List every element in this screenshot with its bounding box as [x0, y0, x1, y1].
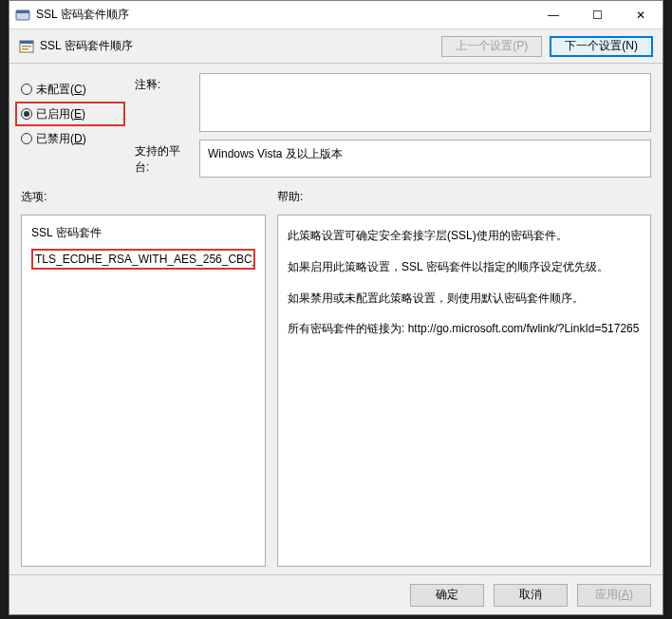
apply-button[interactable]: 应用(A) [577, 584, 651, 607]
toolbar-title: SSL 密码套件顺序 [40, 38, 133, 54]
svg-rect-1 [16, 10, 29, 13]
button-bar: 确定 取消 应用(A) [9, 574, 663, 614]
suite-field-value[interactable]: TLS_ECDHE_RSA_WITH_AES_256_CBC_ [31, 249, 255, 270]
help-text: 此策略设置可确定安全套接字层(SSL)使用的密码套件。 [288, 225, 641, 247]
radio-enabled[interactable]: 已启用(E) [15, 102, 125, 126]
dialog-window: SSL 密码套件顺序 — ☐ ✕ SSL 密码套件顺序 上一个设置(P) 下一个… [9, 0, 663, 615]
platform-box: Windows Vista 及以上版本 [199, 140, 651, 178]
content-area: 未配置(C) 已启用(E) 已禁用(D) 注释: 支持的平台: [9, 64, 663, 574]
app-icon [15, 8, 30, 23]
prev-setting-button[interactable]: 上一个设置(P) [441, 36, 542, 57]
suite-field-label: SSL 密码套件 [31, 225, 255, 241]
radio-icon [21, 133, 32, 144]
help-text: 如果禁用或未配置此策略设置，则使用默认密码套件顺序。 [288, 288, 641, 310]
help-text: 如果启用此策略设置，SSL 密码套件以指定的顺序设定优先级。 [288, 256, 641, 278]
maximize-button[interactable]: ☐ [575, 1, 619, 29]
options-label: 选项: [21, 189, 277, 205]
options-panel: SSL 密码套件 TLS_ECDHE_RSA_WITH_AES_256_CBC_ [21, 215, 266, 567]
titlebar[interactable]: SSL 密码套件顺序 — ☐ ✕ [9, 1, 663, 29]
comment-textarea[interactable] [199, 73, 651, 132]
svg-rect-5 [22, 48, 28, 50]
radio-icon [21, 84, 32, 95]
comment-label: 注释: [135, 73, 192, 132]
svg-rect-3 [20, 41, 33, 44]
radio-disabled[interactable]: 已禁用(D) [21, 126, 125, 151]
window-title: SSL 密码套件顺序 [36, 7, 532, 23]
minimize-button[interactable]: — [532, 1, 575, 29]
next-setting-button[interactable]: 下一个设置(N) [550, 36, 653, 57]
ok-button[interactable]: 确定 [410, 584, 484, 607]
svg-rect-4 [22, 46, 31, 47]
help-label: 帮助: [277, 189, 303, 205]
cancel-button[interactable]: 取消 [494, 584, 568, 607]
help-text: 所有密码套件的链接为: http://go.microsoft.com/fwli… [288, 318, 641, 340]
radio-icon [21, 108, 32, 120]
help-panel: 此策略设置可确定安全套接字层(SSL)使用的密码套件。 如果启用此策略设置，SS… [277, 215, 651, 567]
window-controls: — ☐ ✕ [532, 1, 663, 28]
radio-group: 未配置(C) 已启用(E) 已禁用(D) [21, 73, 125, 178]
toolbar: SSL 密码套件顺序 上一个设置(P) 下一个设置(N) [9, 29, 663, 64]
platform-label: 支持的平台: [135, 140, 192, 178]
close-button[interactable]: ✕ [619, 1, 663, 29]
radio-not-configured[interactable]: 未配置(C) [21, 77, 125, 102]
policy-icon [19, 39, 34, 54]
